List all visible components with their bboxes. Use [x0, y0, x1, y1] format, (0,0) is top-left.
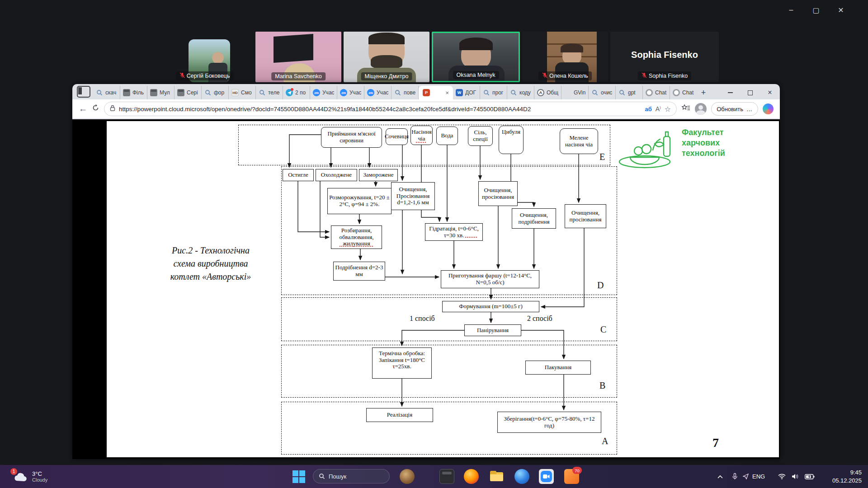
- participant-tile[interactable]: Сергій Боковець: [156, 32, 253, 82]
- new-tab-button[interactable]: +: [697, 86, 710, 99]
- weather-widget[interactable]: 1 3°C Cloudy: [13, 465, 47, 488]
- copilot-icon[interactable]: [763, 103, 774, 114]
- firefox-icon[interactable]: [464, 469, 479, 484]
- tab-title: Мул: [160, 89, 171, 96]
- search-icon: [204, 89, 212, 96]
- tab-title: пове: [404, 89, 415, 96]
- spellcheck-underline: [416, 142, 427, 143]
- battery-icon[interactable]: [803, 465, 816, 488]
- flow-box-receiving: Приймання м'ясної сировини: [321, 127, 382, 148]
- browser-toolbar: ← https://powerpoint.cloud.microsoft/ope…: [72, 99, 780, 119]
- browser-tab[interactable]: gpt: [616, 86, 643, 99]
- flow-box-cooled: Остигле: [283, 169, 314, 181]
- film-icon: [177, 89, 184, 96]
- gvin-icon: [564, 89, 571, 96]
- tab-title: фор: [214, 89, 226, 96]
- browser-tab[interactable]: прог: [480, 86, 507, 99]
- browser-tab[interactable]: Філь: [120, 86, 147, 99]
- weather-condition: Cloudy: [32, 477, 47, 483]
- flow-box-clean-sift-right: Очищення, просіювання: [565, 204, 606, 228]
- browser-tab[interactable]: фор: [202, 86, 229, 99]
- browser-tab[interactable]: теле: [256, 86, 283, 99]
- browser-minimize-button[interactable]: [720, 86, 740, 99]
- browser-tab[interactable]: Сері: [175, 86, 202, 99]
- zoom-app-icon: zm: [367, 89, 374, 96]
- taskbar-search[interactable]: Пошук: [313, 469, 390, 483]
- participant-tile[interactable]: Sophia Fisenko Sophia Fisenko: [610, 32, 719, 82]
- browser-tab[interactable]: GVin: [561, 86, 589, 99]
- search-icon: [591, 89, 599, 96]
- a-circle-icon: A: [537, 89, 544, 96]
- browser-tab[interactable]: zmУчас: [364, 86, 392, 99]
- chatgpt-icon: [646, 89, 653, 96]
- participant-name-label: Oksana Melnyk: [453, 71, 499, 79]
- tray-clock[interactable]: 9:45 05.12.2025: [826, 465, 862, 488]
- flow-box-salt: Сіль, спеції: [468, 126, 493, 146]
- zoom-close-button[interactable]: ✕: [834, 5, 848, 15]
- browser-tab[interactable]: скач: [93, 86, 120, 99]
- browser-content-area: Рис.2 - Технологічна схема виробництва к…: [72, 119, 780, 459]
- more-options-icon: …: [746, 106, 753, 113]
- taskbar-app-icon-1[interactable]: [400, 469, 415, 484]
- translate-icon[interactable]: аб: [645, 106, 652, 113]
- browser-tab[interactable]: HDСмо: [229, 86, 256, 99]
- zoom-app-icon[interactable]: [539, 469, 554, 484]
- favorites-bar-icon[interactable]: [681, 104, 690, 114]
- wifi-icon[interactable]: [776, 465, 788, 488]
- browser-tab[interactable]: коду: [507, 86, 534, 99]
- search-icon: [483, 89, 490, 96]
- url-text[interactable]: https://powerpoint.cloud.microsoft/open/…: [119, 106, 642, 113]
- participant-tile-active-speaker[interactable]: Oksana Melnyk: [432, 32, 520, 82]
- browser-tab[interactable]: 2 по: [283, 86, 310, 99]
- participant-display-name-overlay: Sophia Fisenko: [610, 50, 719, 60]
- file-explorer-icon[interactable]: [489, 469, 504, 484]
- browser-window: скач Філь Мул Сері фор HDСмо теле 2 по z…: [72, 84, 780, 459]
- profile-avatar[interactable]: [695, 103, 707, 115]
- favorite-star-icon[interactable]: ☆: [665, 105, 671, 113]
- close-tab-icon[interactable]: ×: [445, 89, 449, 96]
- zoom-maximize-button[interactable]: ▢: [809, 5, 823, 15]
- taskbar-app-icon-2[interactable]: [439, 469, 454, 484]
- tab-title: коду: [519, 89, 531, 96]
- zoom-minimize-button[interactable]: –: [784, 5, 798, 15]
- participant-name-label: Міщенко Дмитро: [361, 72, 412, 80]
- browser-tab[interactable]: очис: [589, 86, 616, 99]
- start-button[interactable]: [291, 469, 306, 484]
- chatgpt-icon: [673, 89, 680, 96]
- browser-tab[interactable]: zmУчас: [310, 86, 337, 99]
- browser-tab-active-powerpoint[interactable]: P ×: [419, 86, 453, 99]
- browser-tab[interactable]: zmУчас: [337, 86, 364, 99]
- participant-name-label: Marina Savchenko: [271, 72, 326, 80]
- browser-tab[interactable]: Chat: [643, 86, 670, 99]
- tray-location-icon[interactable]: [741, 465, 750, 488]
- participant-name: Marina Savchenko: [275, 73, 322, 80]
- presentation-slide: Рис.2 - Технологічна схема виробництва к…: [107, 121, 779, 457]
- browser-tab[interactable]: Мул: [147, 86, 175, 99]
- notification-badge: 70: [572, 467, 582, 474]
- tray-chevron-icon[interactable]: [714, 465, 726, 488]
- tray-mic-icon[interactable]: [730, 465, 740, 488]
- browser-tab[interactable]: AОбщ: [534, 86, 561, 99]
- tab-workspaces-icon[interactable]: [77, 86, 90, 98]
- update-button[interactable]: Обновить …: [711, 102, 758, 116]
- browser-restore-button[interactable]: [740, 86, 760, 99]
- flow-box-frozen: Заморожене: [359, 169, 398, 181]
- browser-tab[interactable]: Chat: [670, 86, 697, 99]
- tray-language[interactable]: ENG: [752, 465, 765, 488]
- back-icon[interactable]: ←: [79, 104, 87, 114]
- browser-tab[interactable]: пове: [392, 86, 419, 99]
- participant-tile[interactable]: Олена Кошель: [522, 32, 608, 82]
- taskbar-app-icon-3[interactable]: 70: [564, 469, 579, 484]
- participant-tile[interactable]: Marina Savchenko: [255, 32, 341, 82]
- address-bar[interactable]: https://powerpoint.cloud.microsoft/open/…: [104, 102, 677, 116]
- edge-icon[interactable]: [514, 469, 529, 484]
- read-aloud-icon[interactable]: A): [656, 105, 661, 113]
- browser-tab[interactable]: WДОГ: [453, 86, 480, 99]
- volume-icon[interactable]: [789, 465, 801, 488]
- browser-close-button[interactable]: ×: [760, 86, 780, 99]
- flow-box-packing: Пакування: [525, 361, 591, 375]
- participant-tile[interactable]: Міщенко Дмитро: [344, 32, 429, 82]
- tv-screen: [274, 34, 313, 63]
- refresh-icon[interactable]: [92, 104, 99, 114]
- search-icon: [319, 473, 325, 479]
